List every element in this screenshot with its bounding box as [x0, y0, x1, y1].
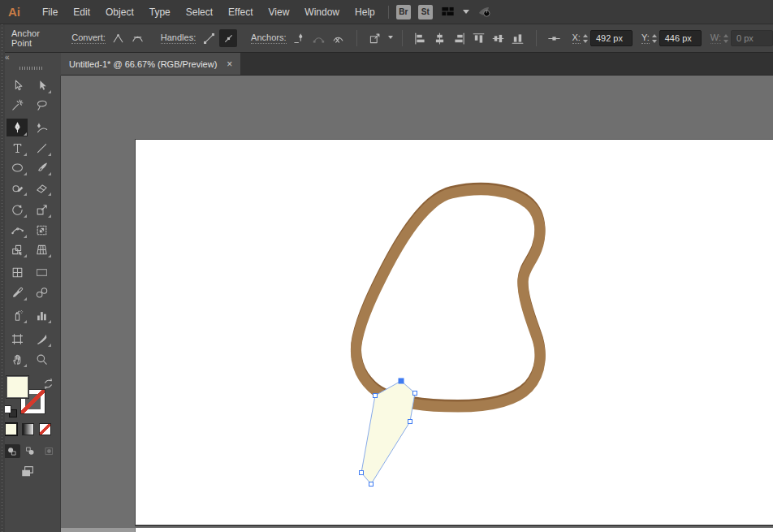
- tool-column-graph[interactable]: [31, 306, 52, 324]
- draw-inside-button[interactable]: [41, 444, 58, 458]
- tool-symbol-sprayer[interactable]: [6, 306, 28, 324]
- tool-free-transform[interactable]: [31, 221, 52, 239]
- none-button[interactable]: [39, 423, 51, 435]
- handles-buttons: [200, 29, 237, 47]
- tool-ellipse[interactable]: [6, 158, 28, 176]
- bounding-box-button[interactable]: [366, 29, 384, 47]
- x-label[interactable]: X:: [572, 32, 581, 44]
- mesh-icon: [11, 266, 24, 279]
- illustrator-logo: Ai: [8, 5, 20, 19]
- menu-item-object[interactable]: Object: [106, 6, 134, 18]
- color-button[interactable]: [5, 423, 17, 435]
- tool-mesh[interactable]: [6, 263, 28, 281]
- tool-type[interactable]: [6, 139, 28, 157]
- x-input[interactable]: 492 px: [590, 30, 633, 46]
- swap-fill-stroke-icon[interactable]: [41, 377, 55, 391]
- draw-behind-button[interactable]: [22, 444, 39, 458]
- align-bottom-button[interactable]: [509, 29, 527, 47]
- anchors-buttons: [291, 29, 348, 47]
- screen-mode-icon[interactable]: [19, 465, 36, 479]
- control-divider: [356, 30, 357, 46]
- tool-gradient[interactable]: [31, 263, 52, 281]
- anchors-label: Anchors:: [251, 32, 286, 44]
- menu-item-help[interactable]: Help: [355, 6, 375, 18]
- bounding-box-chevron-icon[interactable]: [388, 36, 393, 42]
- tool-eyedropper[interactable]: [6, 283, 28, 301]
- collapse-toolbar-icon[interactable]: «: [5, 53, 9, 62]
- color-proxy-row: [5, 423, 51, 435]
- tool-blend[interactable]: [31, 283, 52, 301]
- reference-point-button[interactable]: [546, 29, 564, 47]
- align-v-center-button[interactable]: [490, 29, 507, 47]
- default-fill-stroke-icon[interactable]: [3, 405, 17, 417]
- chevron-down-icon[interactable]: [463, 10, 469, 17]
- convert-smooth-button[interactable]: [129, 29, 147, 47]
- tool-lasso[interactable]: [31, 96, 52, 114]
- align-top-button[interactable]: [470, 29, 488, 47]
- menu-item-file[interactable]: File: [42, 6, 58, 18]
- tool-slice[interactable]: [31, 330, 52, 348]
- menu-list: FileEditObjectTypeSelectEffectViewWindow…: [42, 6, 375, 18]
- workspace-switcher-icon[interactable]: [440, 4, 456, 19]
- control-bar: Anchor Point Convert: Handles: Anchors: …: [0, 24, 773, 53]
- tool-rotate[interactable]: [6, 201, 28, 218]
- convert-corner-button[interactable]: [110, 29, 127, 47]
- tool-width[interactable]: [6, 221, 28, 239]
- zoom-icon: [35, 353, 49, 366]
- tool-artboard[interactable]: [6, 330, 28, 348]
- tool-eraser[interactable]: [31, 179, 52, 197]
- close-tab-icon[interactable]: ×: [227, 59, 232, 69]
- stock-button[interactable]: St: [418, 5, 433, 19]
- canvas-pasteboard[interactable]: [61, 76, 773, 532]
- direct-selection-icon: [35, 79, 49, 93]
- tool-perspective-grid[interactable]: [31, 240, 52, 258]
- tool-selection[interactable]: [6, 76, 28, 94]
- fill-swatch[interactable]: [6, 375, 29, 399]
- tool-hand[interactable]: [6, 350, 28, 368]
- panel-dock-strip[interactable]: [0, 24, 5, 532]
- menu-item-view[interactable]: View: [269, 6, 290, 18]
- document-tab-title: Untitled-1* @ 66.67% (RGB/Preview): [69, 59, 217, 69]
- y-label[interactable]: Y:: [641, 32, 650, 44]
- tool-direct-selection[interactable]: [31, 76, 52, 94]
- y-stepper[interactable]: [652, 32, 657, 45]
- gradient-icon: [35, 266, 49, 279]
- drawing-modes: [3, 444, 58, 458]
- tool-line-segment[interactable]: [31, 139, 52, 157]
- gpu-performance-icon[interactable]: [477, 4, 492, 19]
- align-right-button[interactable]: [451, 29, 469, 47]
- draw-normal-button[interactable]: [3, 444, 20, 458]
- tool-zoom[interactable]: [31, 350, 52, 368]
- tool-magic-wand[interactable]: [6, 96, 28, 114]
- cut-path-button[interactable]: [330, 29, 348, 47]
- toolbar-grip[interactable]: [19, 67, 42, 70]
- bridge-button[interactable]: Br: [396, 5, 411, 19]
- handles-show-button[interactable]: [200, 29, 218, 47]
- menu-item-window[interactable]: Window: [304, 6, 339, 18]
- menu-item-effect[interactable]: Effect: [228, 6, 253, 18]
- y-input[interactable]: 446 px: [659, 30, 702, 46]
- tool-curvature[interactable]: [31, 119, 52, 136]
- artwork-layer[interactable]: [61, 76, 773, 532]
- line-segment-icon: [35, 141, 49, 155]
- align-h-center-button[interactable]: [431, 29, 449, 47]
- connect-endpoints-button[interactable]: [310, 29, 328, 47]
- menu-item-type[interactable]: Type: [149, 6, 171, 18]
- gradient-button[interactable]: [22, 423, 34, 435]
- eraser-icon: [35, 181, 49, 195]
- menu-item-edit[interactable]: Edit: [73, 6, 90, 18]
- x-stepper[interactable]: [583, 32, 588, 45]
- tool-pencil[interactable]: [6, 179, 28, 197]
- menu-item-select[interactable]: Select: [186, 6, 213, 18]
- rotate-icon: [11, 203, 24, 217]
- document-tab[interactable]: Untitled-1* @ 66.67% (RGB/Preview) ×: [61, 53, 240, 75]
- tool-shape-builder[interactable]: [6, 240, 28, 258]
- tool-scale[interactable]: [31, 201, 52, 218]
- w-input: 0 px: [731, 30, 773, 46]
- control-divider: [402, 30, 403, 46]
- handles-hide-button[interactable]: [219, 29, 237, 47]
- remove-anchor-button[interactable]: [291, 29, 309, 47]
- align-left-button[interactable]: [412, 29, 430, 47]
- tool-pen[interactable]: [6, 119, 28, 136]
- tool-paintbrush[interactable]: [31, 158, 52, 176]
